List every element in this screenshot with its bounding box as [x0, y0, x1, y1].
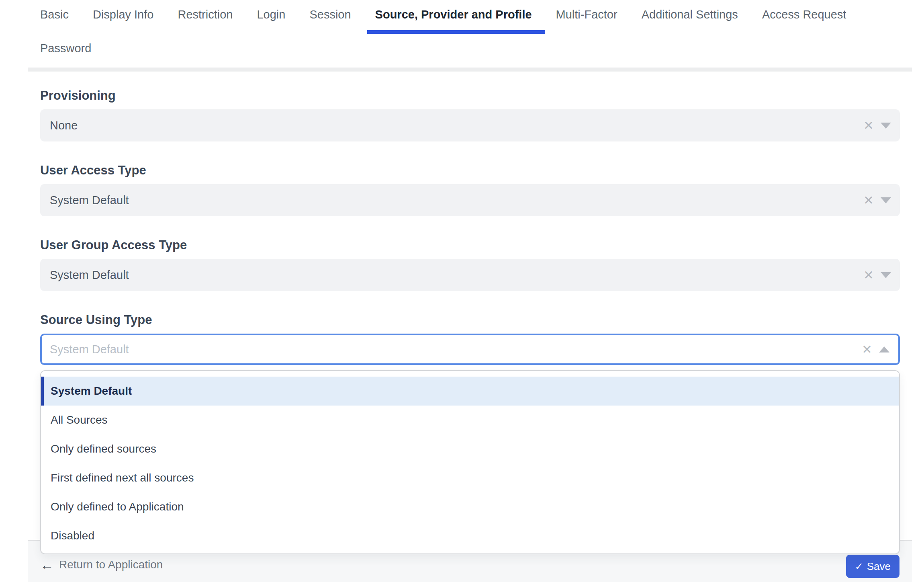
tab-multi-factor[interactable]: Multi-Factor [556, 0, 617, 34]
tab-basic[interactable]: Basic [40, 0, 69, 34]
tab-password[interactable]: Password [40, 34, 91, 68]
tab-display-info[interactable]: Display Info [93, 0, 154, 34]
provisioning-select-value: None [50, 119, 78, 132]
source-using-type-label: Source Using Type [40, 313, 900, 327]
chevron-down-icon [881, 197, 891, 203]
clear-icon[interactable]: ✕ [863, 194, 874, 207]
dropdown-option-system-default[interactable]: System Default [41, 377, 899, 406]
tab-source-provider-and-profile[interactable]: Source, Provider and Profile [375, 0, 532, 34]
clear-icon[interactable]: ✕ [863, 269, 874, 281]
user-access-type-label: User Access Type [40, 163, 900, 178]
tab-session[interactable]: Session [309, 0, 351, 34]
save-button[interactable]: ✓ Save [846, 555, 899, 578]
source-using-type-dropdown: System Default All Sources Only defined … [40, 370, 900, 554]
source-using-type-input[interactable] [50, 343, 693, 356]
application-settings-page: Basic Display Info Restriction Login Ses… [0, 0, 924, 582]
user-group-access-type-select[interactable]: System Default ✕ [40, 259, 900, 291]
check-icon: ✓ [855, 562, 863, 572]
user-group-access-type-label: User Group Access Type [40, 238, 900, 252]
user-access-type-select[interactable]: System Default ✕ [40, 184, 900, 216]
user-group-access-type-select-value: System Default [50, 268, 129, 282]
return-to-application-label: Return to Application [59, 558, 163, 571]
provisioning-label: Provisioning [40, 88, 900, 103]
form-content: Provisioning None ✕ User Access Type Sys… [40, 88, 900, 554]
clear-icon[interactable]: ✕ [863, 119, 874, 132]
chevron-up-icon [879, 346, 889, 352]
tab-login[interactable]: Login [257, 0, 285, 34]
back-arrow-icon: ← [40, 558, 54, 572]
tab-additional-settings[interactable]: Additional Settings [642, 0, 738, 34]
provisioning-select[interactable]: None ✕ [40, 109, 900, 141]
save-button-label: Save [867, 560, 891, 573]
source-using-type-select[interactable]: ✕ [40, 334, 900, 365]
dropdown-option-only-defined-sources[interactable]: Only defined sources [41, 434, 899, 463]
dropdown-option-first-defined-next-all-sources[interactable]: First defined next all sources [41, 463, 899, 492]
chevron-down-icon [881, 123, 891, 129]
clear-icon[interactable]: ✕ [862, 343, 872, 356]
dropdown-option-only-defined-to-application[interactable]: Only defined to Application [41, 492, 899, 521]
dropdown-option-disabled[interactable]: Disabled [41, 521, 899, 550]
dropdown-option-all-sources[interactable]: All Sources [41, 406, 899, 434]
user-access-type-select-value: System Default [50, 194, 129, 207]
tab-access-request[interactable]: Access Request [762, 0, 846, 34]
chevron-down-icon [881, 272, 891, 278]
tab-restriction[interactable]: Restriction [178, 0, 233, 34]
tabs-divider [28, 68, 912, 72]
tab-bar: Basic Display Info Restriction Login Ses… [40, 0, 900, 68]
return-to-application-link[interactable]: ← Return to Application [40, 558, 163, 572]
